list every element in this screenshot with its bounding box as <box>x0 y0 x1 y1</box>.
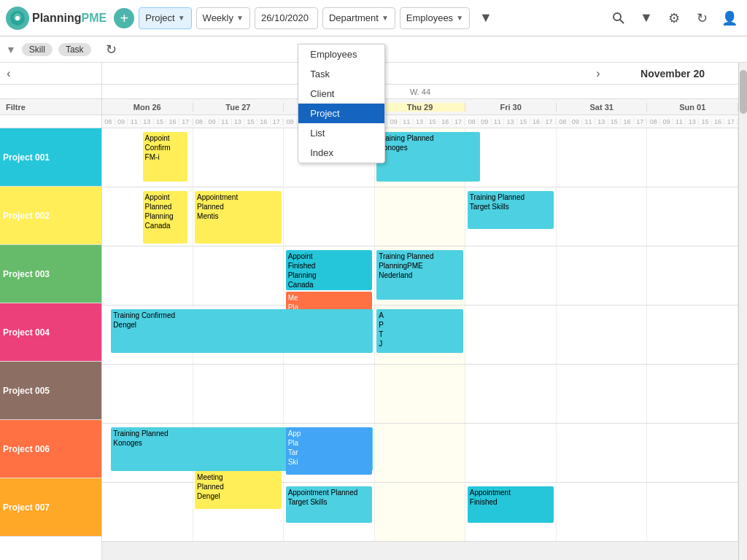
event-p004-day0[interactable]: Training Confirmed Dengel <box>111 309 372 353</box>
grid-cell-p002-day3[interactable] <box>375 187 466 246</box>
grid-cell-p006-day5[interactable] <box>557 424 648 482</box>
prev-month-button[interactable]: ‹ <box>0 63 18 85</box>
grid-cell-p007-day5[interactable] <box>557 483 648 541</box>
grid-cell-p005-day2[interactable] <box>284 365 375 423</box>
event-p001-day3[interactable]: Training Planned Konoges <box>376 132 480 182</box>
time-slot-16: 16 <box>258 118 271 125</box>
grid-cell-p007-day0[interactable] <box>102 483 193 541</box>
event-p001-day0[interactable]: Appoint Confirm FM-i <box>143 132 188 182</box>
grid-cell-p004-day4[interactable] <box>465 306 557 364</box>
event-p006-day1[interactable]: Meeting Planned Dengel <box>195 471 282 509</box>
grid-cell-p004-day0[interactable]: Training Confirmed Dengel <box>102 306 193 364</box>
time-slot-17: 17 <box>543 118 556 125</box>
grid-cell-p006-day3[interactable] <box>375 424 466 482</box>
grid-cell-p001-day1[interactable] <box>193 128 285 187</box>
grid-cell-p005-day1[interactable] <box>193 365 285 423</box>
day-header-sat31: Sat 31 <box>557 103 648 112</box>
event-p003-day2[interactable]: Appoint Finished Planning Canada <box>286 250 373 290</box>
project-label-p001: Project 001 <box>0 128 101 187</box>
grid-cell-p006-day6[interactable] <box>647 424 738 482</box>
grid-cell-p006-day0[interactable]: Training Planned Konoges <box>102 424 193 482</box>
search-icon <box>612 12 625 25</box>
filter-icon: ▼ <box>6 44 16 55</box>
grid-cell-p006-day2[interactable]: App Pla Tar Ski <box>284 424 375 482</box>
week-label-sidebar <box>0 85 101 99</box>
grid-cell-p003-day1[interactable] <box>193 246 285 305</box>
menu-item-project[interactable]: Project <box>298 104 384 123</box>
grid-cell-p004-day5[interactable] <box>557 306 648 364</box>
time-slot-17: 17 <box>271 118 284 125</box>
grid-cell-p007-day4[interactable]: Appointment Finished <box>465 483 557 541</box>
left-sidebar: ‹ Filtre Project 001Project 002Project 0… <box>0 63 102 560</box>
logo-text: PlanningPME <box>32 12 107 25</box>
grid-cell-p002-day2[interactable] <box>284 187 375 246</box>
time-slot-13: 13 <box>504 118 517 125</box>
event-p007-day2[interactable]: Appointment Planned Target Skills <box>286 486 373 523</box>
menu-item-task[interactable]: Task <box>298 64 384 84</box>
grid-cell-p003-day2[interactable]: Appoint Finished Planning CanadaMe Pla M… <box>284 246 375 305</box>
grid-cell-p003-day4[interactable] <box>465 246 557 305</box>
grid-cell-p005-day4[interactable] <box>465 365 557 423</box>
scrollbar-thumb[interactable] <box>740 70 747 114</box>
grid-cell-p005-day0[interactable] <box>102 365 193 423</box>
add-button[interactable]: + <box>114 8 134 28</box>
grid-cell-p001-day6[interactable] <box>647 128 738 187</box>
event-p002-day1[interactable]: Appointment Planned Mentis <box>195 191 282 244</box>
dropdown-arrow-icon: ▼ <box>178 14 185 22</box>
time-slot-09: 09 <box>660 118 673 125</box>
grid-cell-p001-day3[interactable]: Training Planned Konoges <box>375 128 466 187</box>
grid-cell-p002-day0[interactable]: Appoint Planned Planning Canada <box>102 187 193 246</box>
refresh-button[interactable]: ↻ <box>690 7 713 30</box>
settings-button[interactable]: ⚙ <box>662 7 686 30</box>
grid-cell-p007-day2[interactable]: Appointment Planned Target Skills <box>284 483 375 541</box>
grid-cell-p002-day5[interactable] <box>557 187 648 246</box>
grid-cell-p004-day6[interactable] <box>647 306 738 364</box>
grid-cell-p001-day0[interactable]: Appoint Confirm FM-i <box>102 128 193 187</box>
scrollbar-track[interactable] <box>738 63 747 560</box>
view-dropdown-button[interactable]: Project ▼ <box>139 7 191 29</box>
period-dropdown-button[interactable]: Weekly ▼ <box>196 7 250 29</box>
filter-icon-button[interactable]: ▼ <box>474 7 498 30</box>
grid-cell-p005-day5[interactable] <box>557 365 648 423</box>
search-button[interactable] <box>607 7 630 30</box>
time-ruler-day-1: 08091113151617 <box>193 118 285 125</box>
next-month-button[interactable]: › <box>589 63 607 85</box>
grid-cell-p005-day6[interactable] <box>647 365 738 423</box>
user-button[interactable]: 👤 <box>718 7 741 30</box>
grid-cell-p001-day5[interactable] <box>557 128 648 187</box>
grid-cell-p003-day0[interactable] <box>102 246 193 305</box>
event-p007-day4[interactable]: Appointment Finished <box>468 486 554 523</box>
menu-item-employees[interactable]: Employees <box>298 44 384 64</box>
menu-item-client[interactable]: Client <box>298 84 384 104</box>
refresh-icon: ↻ <box>697 10 708 26</box>
project-labels: Project 001Project 002Project 003Project… <box>0 128 101 537</box>
grid-cell-p006-day4[interactable] <box>465 424 557 482</box>
grid-cell-p005-day3[interactable] <box>375 365 466 423</box>
time-slot-11: 11 <box>128 118 141 125</box>
menu-item-index[interactable]: Index <box>298 143 384 163</box>
grid-cell-p007-day3[interactable] <box>375 483 466 541</box>
grid-cell-p002-day4[interactable]: Training Planned Target Skills <box>465 187 557 246</box>
grid-cell-p007-day6[interactable] <box>647 483 738 541</box>
event-p002-day0[interactable]: Appoint Planned Planning Canada <box>143 191 188 244</box>
time-slot-13: 13 <box>141 118 154 125</box>
dept-dropdown-button[interactable]: Department ▼ <box>322 7 395 29</box>
filter-refresh-button[interactable]: ↻ <box>100 38 123 61</box>
event-p004-day3[interactable]: A P T J <box>376 309 463 353</box>
event-p002-day4[interactable]: Training Planned Target Skills <box>468 191 554 229</box>
employees-dropdown-button[interactable]: Employees ▼ <box>400 7 470 29</box>
date-dropdown-button[interactable]: 26/10/2020 <box>255 7 318 29</box>
chevron-down-button[interactable]: ▼ <box>635 7 658 30</box>
grid-cell-p003-day3[interactable]: Training Planned PlanningPME Nederland <box>375 246 466 305</box>
event-p003-day3[interactable]: Training Planned PlanningPME Nederland <box>376 250 463 300</box>
project-label-p002: Project 002 <box>0 187 101 245</box>
grid-cell-p003-day5[interactable] <box>557 246 648 305</box>
time-slot-16: 16 <box>166 118 179 125</box>
grid-cell-p004-day3[interactable]: A P T J <box>375 306 466 364</box>
grid-cell-p003-day6[interactable] <box>647 246 738 305</box>
grid-cell-p002-day1[interactable]: Appointment Planned Mentis <box>193 187 285 246</box>
event-p006-day2[interactable]: App Pla Tar Ski <box>286 427 373 475</box>
menu-item-list[interactable]: List <box>298 123 384 143</box>
time-slot-16: 16 <box>530 118 543 125</box>
grid-cell-p002-day6[interactable] <box>647 187 738 246</box>
